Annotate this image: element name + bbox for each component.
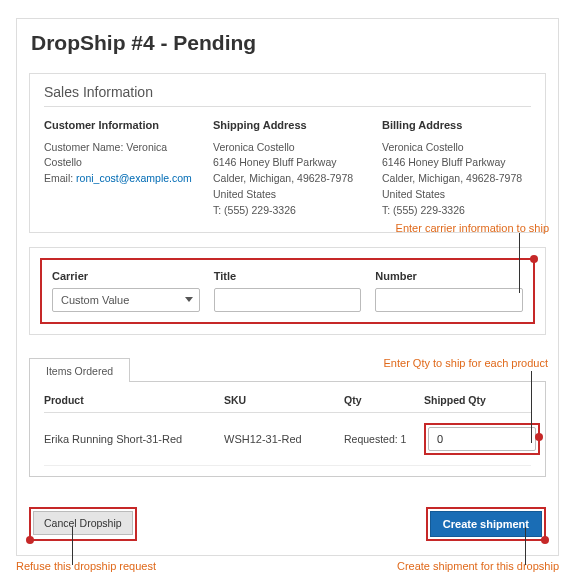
shipping-title: Shipping Address <box>213 117 362 134</box>
page-container: DropShip #4 - Pending Sales Information … <box>16 18 559 556</box>
create-button-wrap: Create shipment <box>426 507 546 541</box>
annotation-cancel: Refuse this dropship request <box>16 560 156 572</box>
shipping-address-col: Shipping Address Veronica Costello 6146 … <box>213 117 362 218</box>
annotation-create: Create shipment for this dropship <box>397 560 559 572</box>
billing-line2: Calder, Michigan, 49628-7978 <box>382 171 531 187</box>
col-header-product: Product <box>44 394 224 406</box>
customer-info-title: Customer Information <box>44 117 193 134</box>
annotation-line-carrier <box>519 233 520 293</box>
shipped-qty-input[interactable] <box>428 427 536 451</box>
annotation-line-cancel <box>72 527 73 565</box>
shipped-qty-box <box>424 423 540 455</box>
annotation-dot-qty <box>535 433 543 441</box>
cell-sku: WSH12-31-Red <box>224 433 344 445</box>
billing-country: United States <box>382 187 531 203</box>
carrier-number-input[interactable] <box>375 288 523 312</box>
shipping-line2: Calder, Michigan, 49628-7978 <box>213 171 362 187</box>
cell-qty: Requested: 1 <box>344 433 424 445</box>
cell-shipped-qty <box>424 423 540 455</box>
carrier-title-field: Title <box>214 270 362 312</box>
carrier-label: Carrier <box>52 270 200 282</box>
footer-buttons: Cancel Dropship Create shipment <box>29 507 546 541</box>
col-header-sku: SKU <box>224 394 344 406</box>
carrier-field: Carrier Custom Value <box>52 270 200 312</box>
annotation-line-qty <box>531 371 532 443</box>
items-body: Product SKU Qty Shipped Qty Erika Runnin… <box>29 381 546 477</box>
items-header-row: Product SKU Qty Shipped Qty <box>44 394 531 413</box>
customer-name-row: Customer Name: Veronica Costello <box>44 140 193 172</box>
items-tabs-row: Items Ordered <box>29 357 546 381</box>
sales-info-columns: Customer Information Customer Name: Vero… <box>44 117 531 218</box>
shipping-country: United States <box>213 187 362 203</box>
customer-info-col: Customer Information Customer Name: Vero… <box>44 117 193 218</box>
col-header-qty: Qty <box>344 394 424 406</box>
carrier-select-value: Custom Value <box>61 294 129 306</box>
carrier-box: Carrier Custom Value Title Number <box>40 258 535 324</box>
page-title: DropShip #4 - Pending <box>31 31 546 55</box>
customer-name-label: Customer Name: <box>44 141 123 153</box>
customer-email-link[interactable]: roni_cost@example.com <box>76 172 192 184</box>
shipping-phone: T: (555) 229-3326 <box>213 203 362 219</box>
cell-product: Erika Running Short-31-Red <box>44 433 224 445</box>
billing-phone: T: (555) 229-3326 <box>382 203 531 219</box>
carrier-title-label: Title <box>214 270 362 282</box>
customer-email-label: Email: <box>44 172 73 184</box>
cancel-button-wrap: Cancel Dropship <box>29 507 137 541</box>
tab-items-ordered[interactable]: Items Ordered <box>29 358 130 382</box>
col-header-shipped-qty: Shipped Qty <box>424 394 531 406</box>
billing-line1: 6146 Honey Bluff Parkway <box>382 155 531 171</box>
annotation-line-create <box>525 527 526 565</box>
shipping-line1: 6146 Honey Bluff Parkway <box>213 155 362 171</box>
billing-address-col: Billing Address Veronica Costello 6146 H… <box>382 117 531 218</box>
annotation-dot-create <box>541 536 549 544</box>
shipping-name: Veronica Costello <box>213 140 362 156</box>
cancel-dropship-button[interactable]: Cancel Dropship <box>33 511 133 535</box>
sales-info-heading: Sales Information <box>44 84 531 107</box>
annotation-dot-carrier <box>530 255 538 263</box>
sales-info-panel: Sales Information Customer Information C… <box>29 73 546 233</box>
annotation-dot-cancel <box>26 536 34 544</box>
annotation-carrier: Enter carrier information to ship <box>396 222 549 234</box>
carrier-number-label: Number <box>375 270 523 282</box>
customer-email-row: Email: roni_cost@example.com <box>44 171 193 187</box>
billing-name: Veronica Costello <box>382 140 531 156</box>
chevron-down-icon <box>185 297 193 302</box>
carrier-panel: Carrier Custom Value Title Number <box>29 247 546 335</box>
carrier-title-input[interactable] <box>214 288 362 312</box>
carrier-number-field: Number <box>375 270 523 312</box>
carrier-select[interactable]: Custom Value <box>52 288 200 312</box>
billing-title: Billing Address <box>382 117 531 134</box>
table-row: Erika Running Short-31-Red WSH12-31-Red … <box>44 413 531 466</box>
